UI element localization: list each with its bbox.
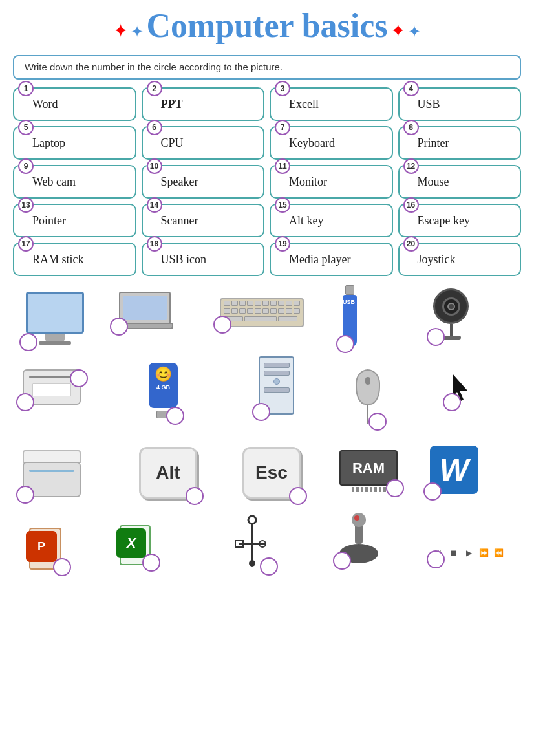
vocab-cell-14[interactable]: 14Scanner xyxy=(142,204,265,237)
vocab-number-6: 6 xyxy=(147,120,162,135)
printer-circle[interactable] xyxy=(16,393,34,411)
vocab-cell-19[interactable]: 19Media player xyxy=(270,243,393,276)
excel-icon-image: X xyxy=(116,523,154,565)
vocab-number-14: 14 xyxy=(147,197,162,213)
vocab-number-3: 3 xyxy=(275,81,290,96)
vocab-cell-16[interactable]: 16Escape key xyxy=(398,204,522,237)
monitor-base xyxy=(39,341,71,345)
rewind-icon: ⏪ xyxy=(493,547,504,559)
vocab-label-6: CPU xyxy=(161,136,184,150)
vocab-number-18: 18 xyxy=(147,236,162,252)
vocab-label-10: Speaker xyxy=(161,175,198,189)
usb-flash-face: 😊 xyxy=(155,366,172,383)
vocab-number-1: 1 xyxy=(18,81,34,96)
vocab-cell-8[interactable]: 8Printer xyxy=(398,126,522,160)
vocab-cell-2[interactable]: 2PPT xyxy=(142,87,265,121)
word-circle[interactable] xyxy=(423,482,442,501)
page: ✦ ✦ Computer basics ✦ ✦ Write down the n… xyxy=(0,0,534,756)
vocab-cell-17[interactable]: 17RAM stick xyxy=(13,243,136,276)
cpu-circle[interactable] xyxy=(252,403,270,421)
ppt-logo-text: P xyxy=(37,540,45,554)
vocab-label-18: USB icon xyxy=(161,253,207,266)
star-red-2: ✦ xyxy=(390,20,405,41)
joystick-btn xyxy=(354,515,359,521)
media-player-circle[interactable] xyxy=(427,550,445,568)
vocab-cell-4[interactable]: 4USB xyxy=(398,87,522,121)
speaker-answer-circle[interactable] xyxy=(70,369,88,387)
vocab-label-19: Media player xyxy=(289,253,350,266)
title-area: ✦ ✦ Computer basics ✦ ✦ xyxy=(13,6,521,45)
vocab-cell-15[interactable]: 15Alt key xyxy=(270,204,393,237)
word-w: W xyxy=(440,452,469,488)
laptop-screen xyxy=(123,296,167,320)
vocab-cell-13[interactable]: 13Pointer xyxy=(13,204,136,237)
alt-key-circle[interactable] xyxy=(186,487,204,505)
joystick-stick xyxy=(355,518,363,544)
usb-flash-circle[interactable] xyxy=(166,407,184,425)
vocab-number-11: 11 xyxy=(275,158,290,174)
vocab-number-20: 20 xyxy=(403,236,419,252)
vocab-label-1: Word xyxy=(32,98,58,111)
vocab-number-15: 15 xyxy=(275,197,290,213)
vocab-label-13: Pointer xyxy=(32,214,66,228)
joystick-circle[interactable] xyxy=(333,552,351,570)
vocab-number-4: 4 xyxy=(403,81,419,96)
ppt-circle[interactable] xyxy=(53,558,71,576)
vocab-label-3: Excell xyxy=(289,98,319,111)
webcam-image xyxy=(433,288,469,340)
monitor-circle[interactable] xyxy=(19,333,37,351)
monitor-stand xyxy=(45,334,65,341)
alt-key-image: Alt xyxy=(139,447,197,499)
usb-stick-image: USB xyxy=(343,285,357,347)
vocab-label-8: Printer xyxy=(418,136,449,150)
ram-chip: RAM xyxy=(339,450,398,486)
ram-text: RAM xyxy=(352,460,385,477)
scanner-circle[interactable] xyxy=(16,486,34,504)
vocab-cell-1[interactable]: 1Word xyxy=(13,87,136,121)
vocab-number-19: 19 xyxy=(275,236,290,252)
excel-circle[interactable] xyxy=(142,554,160,572)
joystick-image xyxy=(339,518,378,563)
printer-slot xyxy=(29,376,74,378)
webcam-body xyxy=(433,288,469,324)
vocab-cell-5[interactable]: 5Laptop xyxy=(13,126,136,160)
keyboard-body xyxy=(220,298,304,327)
vocab-cell-3[interactable]: 3Excell xyxy=(270,87,393,121)
webcam-inner xyxy=(447,303,455,310)
laptop-image xyxy=(116,292,173,329)
webcam-circle[interactable] xyxy=(427,328,445,346)
keyboard-image xyxy=(220,298,304,327)
usb-symbol-circle[interactable] xyxy=(260,557,278,576)
vocab-cell-11[interactable]: 11Monitor xyxy=(270,165,393,199)
keyboard-circle[interactable] xyxy=(213,316,231,334)
pointer-circle[interactable] xyxy=(443,393,461,411)
usb-label: USB xyxy=(343,292,355,305)
scanner-image xyxy=(23,450,81,497)
instructions-box: Write down the number in the circle acco… xyxy=(13,55,521,80)
laptop-body xyxy=(119,292,171,324)
vocab-cell-7[interactable]: 7Keyboard xyxy=(270,126,393,160)
vocab-cell-9[interactable]: 9Web cam xyxy=(13,165,136,199)
mouse-scroll xyxy=(365,377,370,385)
usb-flash-label: 4 GB xyxy=(156,384,170,391)
vocab-label-12: Mouse xyxy=(418,175,449,189)
instructions-text: Write down the number in the circle acco… xyxy=(25,61,283,72)
pointer-image xyxy=(449,373,475,405)
esc-key-circle[interactable] xyxy=(289,487,307,505)
cpu-drive-2 xyxy=(264,371,290,376)
vocab-cell-12[interactable]: 12Mouse xyxy=(398,165,522,199)
vocab-label-11: Monitor xyxy=(289,175,327,189)
mouse-circle[interactable] xyxy=(368,413,387,431)
vocab-number-2: 2 xyxy=(147,81,162,96)
vocab-cell-6[interactable]: 6CPU xyxy=(142,126,265,160)
vocab-cell-10[interactable]: 10Speaker xyxy=(142,165,265,199)
vocab-number-16: 16 xyxy=(403,197,419,213)
ram-image: RAM xyxy=(339,450,398,492)
mouse-image xyxy=(356,369,380,424)
vocab-number-17: 17 xyxy=(18,236,34,252)
laptop-circle[interactable] xyxy=(110,318,128,336)
vocab-cell-20[interactable]: 20Joystick xyxy=(398,243,522,276)
vocab-cell-18[interactable]: 18USB icon xyxy=(142,243,265,276)
usb-stick-circle[interactable] xyxy=(336,335,354,353)
ram-circle[interactable] xyxy=(386,479,404,497)
